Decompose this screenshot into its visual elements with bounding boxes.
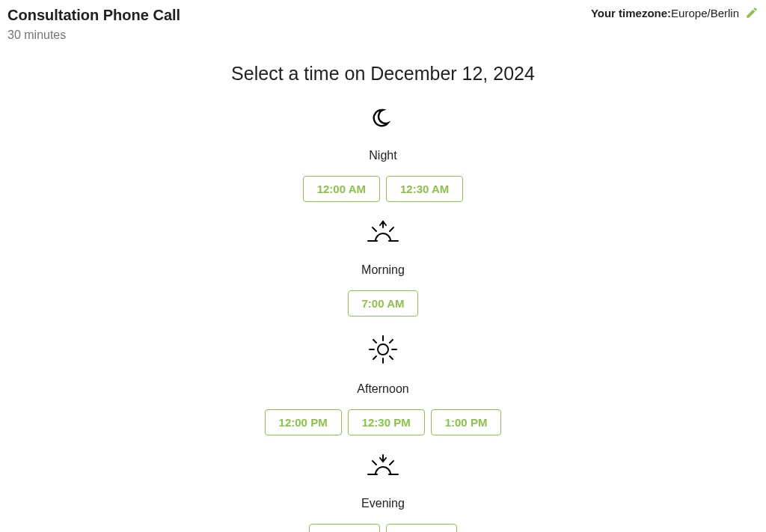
period-label-evening: Evening — [7, 497, 759, 510]
slot-afternoon-1[interactable]: 12:30 PM — [348, 409, 425, 435]
period-evening: Evening 6:00 PM 6:30 PM — [7, 453, 759, 532]
period-label-morning: Morning — [7, 263, 759, 277]
svg-line-1 — [373, 227, 376, 231]
moon-icon — [371, 107, 395, 131]
period-label-night: Night — [7, 149, 759, 162]
svg-line-16 — [390, 461, 393, 465]
slots-evening: 6:00 PM 6:30 PM — [7, 524, 759, 532]
pencil-icon — [745, 6, 759, 19]
svg-line-10 — [373, 340, 376, 343]
edit-timezone-button[interactable] — [745, 6, 759, 19]
content: Select a time on December 12, 2024 Night… — [7, 63, 759, 532]
select-time-title: Select a time on December 12, 2024 — [7, 63, 759, 85]
slots-afternoon: 12:00 PM 12:30 PM 1:00 PM — [7, 409, 759, 435]
timezone-value: Europe/Berlin — [671, 7, 739, 19]
slot-morning-0[interactable]: 7:00 AM — [348, 290, 419, 317]
page-title: Consultation Phone Call — [7, 6, 180, 24]
svg-line-11 — [390, 356, 393, 359]
timezone-label: Your timezone: — [591, 7, 671, 19]
sunrise-icon — [365, 220, 401, 245]
duration-label: 30 minutes — [7, 28, 180, 42]
timezone-section: Your timezone:Europe/Berlin — [591, 6, 759, 19]
slot-afternoon-0[interactable]: 12:00 PM — [265, 409, 342, 435]
svg-line-13 — [390, 340, 393, 343]
header: Consultation Phone Call 30 minutes Your … — [7, 6, 759, 42]
period-night: Night 12:00 AM 12:30 AM — [7, 107, 759, 202]
period-label-afternoon: Afternoon — [7, 382, 759, 396]
period-morning: Morning 7:00 AM — [7, 220, 759, 317]
slot-afternoon-2[interactable]: 1:00 PM — [431, 409, 502, 435]
svg-line-12 — [373, 356, 376, 359]
sunset-icon — [365, 453, 401, 479]
slot-night-1[interactable]: 12:30 AM — [386, 176, 463, 202]
sun-icon — [368, 334, 398, 364]
slot-evening-0[interactable]: 6:00 PM — [309, 524, 380, 532]
header-left: Consultation Phone Call 30 minutes — [7, 6, 180, 42]
slot-night-0[interactable]: 12:00 AM — [303, 176, 380, 202]
svg-line-15 — [373, 461, 376, 465]
slots-night: 12:00 AM 12:30 AM — [7, 176, 759, 202]
period-afternoon: Afternoon 12:00 PM 12:30 PM 1:00 PM — [7, 334, 759, 435]
slot-evening-1[interactable]: 6:30 PM — [386, 524, 457, 532]
svg-line-2 — [390, 227, 393, 231]
svg-point-5 — [378, 344, 388, 355]
slots-morning: 7:00 AM — [7, 290, 759, 317]
